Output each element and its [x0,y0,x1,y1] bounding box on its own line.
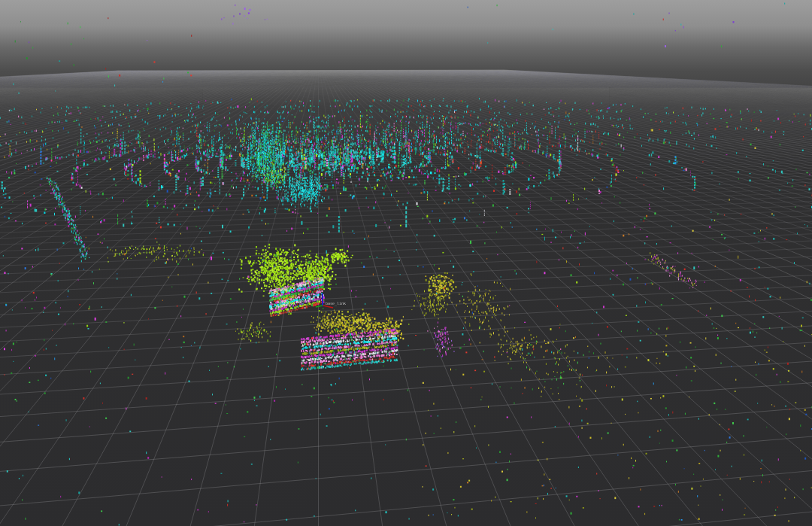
viewport-3d: base_link [0,0,812,526]
tf-frame-label: base_link [326,302,346,306]
pointcloud-canvas[interactable] [0,0,812,526]
